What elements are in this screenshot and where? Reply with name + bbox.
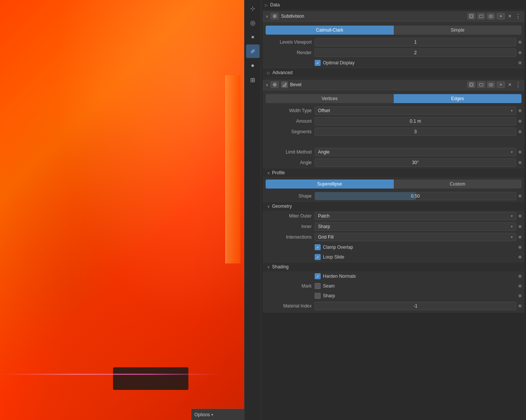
- material-index-value[interactable]: -1: [315, 302, 516, 310]
- miter-outer-value[interactable]: Patch ▾: [315, 212, 516, 220]
- intersections-dot[interactable]: [518, 236, 521, 239]
- bevel-dropdown-btn[interactable]: ▾: [497, 81, 505, 88]
- levels-viewport-dot[interactable]: [518, 41, 521, 44]
- profile-section-header[interactable]: ∨ Profile: [263, 168, 524, 177]
- loop-slide-dot[interactable]: [518, 256, 521, 259]
- shading-arrow-icon: ∨: [267, 265, 270, 269]
- render-value[interactable]: 2: [315, 49, 516, 57]
- width-type-value[interactable]: Offset ▾: [315, 107, 516, 115]
- miter-outer-row: Miter Outer Patch ▾: [263, 211, 524, 221]
- intersections-row: Intersections Grid Fill ▾: [263, 232, 524, 242]
- properties-panel: ▷ Data ∨ Subdivision ▾ ✕ ⋮: [261, 0, 526, 420]
- optimal-display-dot[interactable]: [518, 61, 521, 64]
- mark-sharp-checkbox[interactable]: [315, 293, 321, 299]
- geometry-section-header[interactable]: ∨ Geometry: [263, 201, 524, 211]
- bevel-render-btn[interactable]: [477, 81, 485, 88]
- optimal-display-checkbox[interactable]: ✓: [315, 60, 321, 66]
- harden-normals-dot[interactable]: [518, 275, 521, 278]
- move-icon[interactable]: ✦: [243, 27, 262, 47]
- shape-label: Shape: [266, 193, 315, 199]
- bevel-content: Vertices Edges Width Type Offset ▾ Amoun…: [263, 90, 524, 313]
- tab-vertices[interactable]: Vertices: [266, 94, 394, 103]
- svg-marker-9: [283, 83, 286, 86]
- amount-value[interactable]: 0.1 m: [315, 117, 516, 125]
- tab-simple[interactable]: Simple: [394, 26, 522, 35]
- bevel-mode-tabs: Vertices Edges: [266, 94, 521, 103]
- miter-inner-row: Inner Sharp ▾: [263, 221, 524, 232]
- tab-edges[interactable]: Edges: [394, 94, 522, 103]
- limit-method-value[interactable]: Angle ▾: [315, 148, 516, 156]
- subdivision-realtime-btn[interactable]: [467, 13, 476, 20]
- clamp-overlap-label: Clamp Overlap: [323, 245, 353, 250]
- bevel-camera-btn[interactable]: [487, 81, 495, 88]
- subdivision-content: Catmull-Clark Simple Levels Viewport 1 R…: [263, 22, 524, 79]
- render-icon[interactable]: ⊞: [246, 73, 260, 87]
- bevel-menu-btn[interactable]: ⋮: [515, 81, 521, 88]
- tab-catmull-clark[interactable]: Catmull-Clark: [266, 26, 394, 35]
- subdivision-expand-icon: ∨: [266, 14, 268, 18]
- loop-slide-checkbox[interactable]: ✓: [315, 254, 321, 260]
- orbit-icon[interactable]: ◎: [246, 16, 260, 29]
- subdivision-dropdown-btn[interactable]: ▾: [497, 13, 505, 20]
- options-bar[interactable]: Options ▾: [191, 409, 244, 420]
- miter-inner-value[interactable]: Sharp ▾: [315, 222, 516, 231]
- miter-inner-dot[interactable]: [518, 225, 521, 228]
- segments-value[interactable]: 3: [315, 128, 516, 136]
- width-type-dot[interactable]: [518, 109, 521, 112]
- render-dot[interactable]: [518, 51, 521, 54]
- amount-dot[interactable]: [518, 120, 521, 123]
- segments-row: Segments 3: [263, 126, 524, 137]
- clamp-overlap-checkbox[interactable]: ✓: [315, 244, 321, 250]
- subdivision-menu-btn[interactable]: ⋮: [515, 13, 521, 20]
- limit-method-dot[interactable]: [518, 151, 521, 154]
- door-panel: [113, 367, 188, 390]
- width-type-text: Offset: [318, 108, 330, 113]
- harden-normals-label: Harden Normals: [323, 274, 356, 279]
- bevel-modifier: ∨ Bevel ▾ ✕ ⋮: [263, 79, 524, 313]
- levels-viewport-value[interactable]: 1: [315, 38, 516, 46]
- mark-sharp-wrap: Sharp: [315, 293, 516, 299]
- material-index-dot[interactable]: [518, 304, 521, 307]
- cursor-icon[interactable]: ⊹: [246, 2, 260, 15]
- intersections-arrow-icon: ▾: [511, 235, 513, 239]
- mark-seam-dot[interactable]: [518, 285, 521, 288]
- subdivision-render-btn[interactable]: [477, 13, 485, 20]
- shape-dot[interactable]: [518, 195, 521, 198]
- angle-value[interactable]: 30°: [315, 158, 516, 167]
- angle-row: Angle 30°: [263, 157, 524, 168]
- harden-normals-row: ✓ Harden Normals: [263, 271, 524, 281]
- intersections-value[interactable]: Grid Fill ▾: [315, 233, 516, 241]
- viewport[interactable]: Options ▾: [0, 0, 244, 420]
- loop-slide-row: ✓ Loop Slide: [263, 252, 524, 262]
- subdivision-visibility-toggle[interactable]: [271, 13, 279, 20]
- segments-dot[interactable]: [518, 130, 521, 133]
- material-icon[interactable]: ●: [246, 59, 260, 72]
- tab-superellipse[interactable]: Superellipse: [266, 180, 394, 189]
- modifier-properties-icon[interactable]: [246, 44, 260, 58]
- advanced-section[interactable]: ▷ Advanced: [263, 68, 524, 77]
- render-row: Render 2: [263, 47, 524, 58]
- subdivision-camera-btn[interactable]: [487, 13, 495, 20]
- shading-section-header[interactable]: ∨ Shading: [263, 262, 524, 271]
- mark-seam-checkbox[interactable]: [315, 283, 321, 289]
- subdivision-header[interactable]: ∨ Subdivision ▾ ✕ ⋮: [263, 11, 524, 22]
- mark-sharp-dot[interactable]: [518, 294, 521, 297]
- optimal-display-wrap: ✓ Optimal Display: [315, 60, 516, 66]
- angle-dot[interactable]: [518, 161, 521, 164]
- bevel-visibility-toggle[interactable]: [271, 81, 279, 88]
- harden-normals-checkbox[interactable]: ✓: [315, 273, 321, 279]
- miter-outer-dot[interactable]: [518, 215, 521, 218]
- subdivision-close-btn[interactable]: ✕: [506, 13, 513, 20]
- profile-arrow-icon: ∨: [267, 171, 270, 175]
- shape-value[interactable]: 0.50: [315, 192, 516, 200]
- bevel-realtime-btn[interactable]: [467, 81, 476, 88]
- shape-text: 0.50: [411, 193, 420, 199]
- optimal-display-row: ✓ Optimal Display: [263, 58, 524, 68]
- shape-row: Shape 0.50: [263, 191, 524, 201]
- bevel-close-btn[interactable]: ✕: [506, 81, 513, 88]
- clamp-overlap-dot[interactable]: [518, 246, 521, 249]
- tab-custom[interactable]: Custom: [394, 180, 522, 189]
- width-type-row: Width Type Offset ▾: [263, 105, 524, 116]
- bevel-header[interactable]: ∨ Bevel ▾ ✕ ⋮: [263, 79, 524, 90]
- data-section-header[interactable]: ▷ Data: [261, 0, 526, 10]
